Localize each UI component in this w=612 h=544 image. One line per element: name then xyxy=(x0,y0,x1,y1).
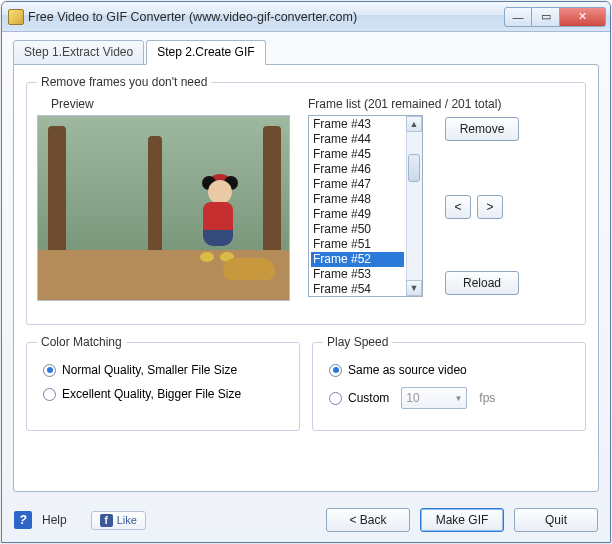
facebook-icon: f xyxy=(100,514,113,527)
quit-button[interactable]: Quit xyxy=(514,508,598,532)
close-button[interactable]: ✕ xyxy=(560,7,606,27)
fb-like-button[interactable]: f Like xyxy=(91,511,146,530)
help-link[interactable]: Help xyxy=(42,513,67,527)
frame-list-item[interactable]: Frame #51 xyxy=(311,237,404,252)
frame-list-item[interactable]: Frame #49 xyxy=(311,207,404,222)
fb-like-label: Like xyxy=(117,514,137,526)
scrollbar-track[interactable]: ▲ ▼ xyxy=(406,116,422,296)
app-icon xyxy=(8,9,24,25)
frame-list-item[interactable]: Frame #50 xyxy=(311,222,404,237)
back-button[interactable]: < Back xyxy=(326,508,410,532)
app-window: Free Video to GIF Converter (www.video-g… xyxy=(1,1,611,543)
frame-list-item[interactable]: Frame #52 xyxy=(311,252,404,267)
radio-same-speed[interactable]: Same as source video xyxy=(329,363,575,377)
preview-image xyxy=(37,115,290,301)
minimize-button[interactable]: — xyxy=(504,7,532,27)
radio-label: Normal Quality, Smaller File Size xyxy=(62,363,237,377)
radio-icon xyxy=(329,392,342,405)
preview-column: Preview xyxy=(37,97,292,312)
color-matching-group: Color Matching Normal Quality, Smaller F… xyxy=(26,335,300,431)
radio-label: Custom xyxy=(348,391,389,405)
reload-button[interactable]: Reload xyxy=(445,271,519,295)
maximize-button[interactable]: ▭ xyxy=(532,7,560,27)
scroll-down-icon[interactable]: ▼ xyxy=(406,280,422,296)
frame-list-item[interactable]: Frame #45 xyxy=(311,147,404,162)
radio-label: Same as source video xyxy=(348,363,467,377)
client-area: Step 1.Extract Video Step 2.Create GIF R… xyxy=(2,32,610,542)
tab-step2[interactable]: Step 2.Create GIF xyxy=(146,40,265,65)
radio-label: Excellent Quality, Bigger File Size xyxy=(62,387,241,401)
help-icon[interactable]: ? xyxy=(14,511,32,529)
radio-icon xyxy=(43,388,56,401)
frames-legend: Remove frames you don't need xyxy=(37,75,211,89)
radio-custom-speed[interactable]: Custom 10 ▼ fps xyxy=(329,387,575,409)
play-speed-group: Play Speed Same as source video Custom 1… xyxy=(312,335,586,431)
play-speed-legend: Play Speed xyxy=(323,335,392,349)
frame-list-item[interactable]: Frame #46 xyxy=(311,162,404,177)
titlebar: Free Video to GIF Converter (www.video-g… xyxy=(2,2,610,32)
footer-bar: ? Help f Like < Back Make GIF Quit xyxy=(14,508,598,532)
radio-excellent-quality[interactable]: Excellent Quality, Bigger File Size xyxy=(43,387,289,401)
window-buttons: — ▭ ✕ xyxy=(504,7,606,27)
radio-icon xyxy=(329,364,342,377)
scroll-thumb[interactable] xyxy=(408,154,420,182)
make-gif-button[interactable]: Make GIF xyxy=(420,508,504,532)
frame-list-item[interactable]: Frame #43 xyxy=(311,117,404,132)
frame-list-item[interactable]: Frame #44 xyxy=(311,132,404,147)
frame-list-item[interactable]: Frame #54 xyxy=(311,282,404,297)
tab-strip: Step 1.Extract Video Step 2.Create GIF xyxy=(13,40,599,65)
fps-suffix: fps xyxy=(479,391,495,405)
color-matching-legend: Color Matching xyxy=(37,335,126,349)
window-title: Free Video to GIF Converter (www.video-g… xyxy=(28,10,504,24)
scroll-up-icon[interactable]: ▲ xyxy=(406,116,422,132)
framelist-column: Frame list (201 remained / 201 total) Fr… xyxy=(308,97,575,312)
frame-list-item[interactable]: Frame #47 xyxy=(311,177,404,192)
chevron-down-icon: ▼ xyxy=(454,394,462,403)
frames-group: Remove frames you don't need Preview xyxy=(26,75,586,325)
frame-list-item[interactable]: Frame #53 xyxy=(311,267,404,282)
next-frame-button[interactable]: > xyxy=(477,195,503,219)
remove-button[interactable]: Remove xyxy=(445,117,519,141)
preview-label: Preview xyxy=(51,97,292,111)
radio-icon xyxy=(43,364,56,377)
fps-value: 10 xyxy=(406,391,419,405)
fps-combo[interactable]: 10 ▼ xyxy=(401,387,467,409)
framelist-label: Frame list (201 remained / 201 total) xyxy=(308,97,575,111)
tab-page-step2: Remove frames you don't need Preview xyxy=(13,64,599,492)
radio-normal-quality[interactable]: Normal Quality, Smaller File Size xyxy=(43,363,289,377)
frame-listbox[interactable]: Frame #43Frame #44Frame #45Frame #46Fram… xyxy=(308,115,423,297)
prev-frame-button[interactable]: < xyxy=(445,195,471,219)
tab-step1[interactable]: Step 1.Extract Video xyxy=(13,40,144,65)
frame-list-item[interactable]: Frame #48 xyxy=(311,192,404,207)
framelist-side-buttons: Remove < > Reload xyxy=(445,115,519,295)
